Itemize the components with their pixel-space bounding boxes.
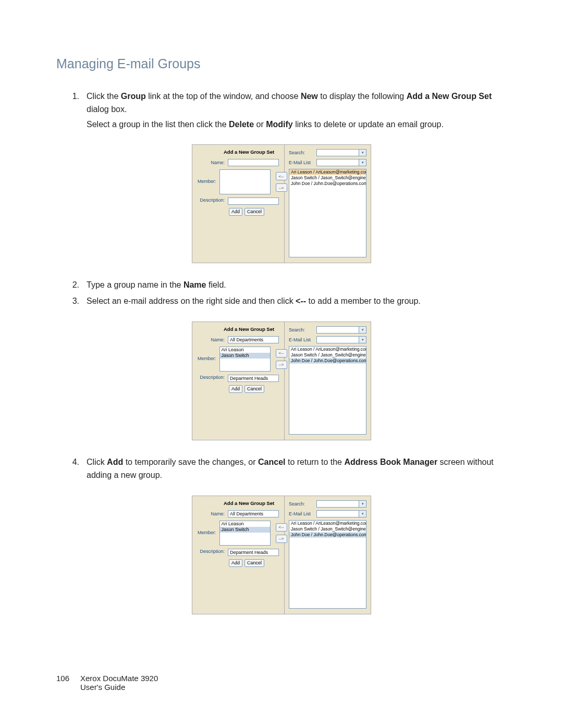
list-item[interactable]: Jason Switch / Jason_Switch@engineering.… [289,352,366,358]
description-field[interactable] [228,549,279,556]
search-combo[interactable]: ▾ [316,149,366,156]
add-member-button[interactable]: <-- [276,172,287,180]
filter-combo[interactable]: ▾ [316,510,366,517]
chevron-down-icon: ▾ [359,327,366,333]
label-search: Search: [289,501,316,507]
chevron-down-icon: ▾ [359,501,366,507]
list-item[interactable]: Jason Switch / Jason_Switch@engineering.… [289,175,366,181]
name-field[interactable] [228,510,279,517]
label-member: Member: [198,347,219,361]
label-description: Description: [198,198,228,203]
label-member: Member: [198,521,219,535]
name-field[interactable] [228,336,279,343]
step-4: 4. Click Add to temporarily save the cha… [56,456,507,482]
cancel-button[interactable]: Cancel [244,559,264,567]
label-name: Name: [198,159,228,165]
label-member: Member: [198,169,219,184]
chevron-down-icon: ▾ [359,159,366,166]
contact-listbox[interactable]: Ari Leason / AriLeason@marketing.com / M… [289,520,366,609]
footer-line2: User's Guide [80,683,158,692]
figure-2: Add a New Group Set Name: Member: Ari Le… [56,322,507,440]
filter-combo[interactable]: ▾ [316,336,366,343]
list-item[interactable]: Ari Leason [220,521,270,527]
chevron-down-icon: ▾ [359,150,366,156]
step-2: 2. Type a group name in the Name field. [56,279,507,292]
document-page: Managing E-mail Groups 1. Click the Grou… [0,0,563,728]
search-combo[interactable]: ▾ [316,326,366,334]
label-filter: E-Mail List [289,337,316,342]
label-search: Search: [289,150,316,155]
list-item[interactable]: Jason Switch [220,527,270,533]
dialog-title: Add a New Group Set [224,500,279,506]
list-item[interactable]: John Doe / John.Doe@operations.com / Ope… [289,358,366,364]
contact-listbox[interactable]: Ari Leason / AriLeason@marketing.com / M… [289,346,366,435]
description-field[interactable] [228,375,279,382]
step-1: 1. Click the Group link at the top of th… [56,90,507,131]
label-filter: E-Mail List [289,511,316,516]
list-item[interactable]: Jason Switch / Jason_Switch@engineering.… [289,526,366,532]
list-item[interactable]: Ari Leason [220,347,270,353]
filter-combo[interactable]: ▾ [316,159,366,166]
remove-member-button[interactable]: --> [276,361,287,369]
instruction-list: 4. Click Add to temporarily save the cha… [56,456,507,482]
figure-1: Add a New Group Set Name: Member: <-- --… [56,144,507,263]
contact-listbox[interactable]: Ari Leason / AriLeason@marketing.com / M… [289,169,366,257]
footer-line1: Xerox DocuMate 3920 [80,674,158,683]
cancel-button[interactable]: Cancel [244,208,264,216]
member-listbox[interactable]: Ari Leason Jason Switch [219,347,271,372]
member-listbox[interactable] [219,169,271,194]
list-item[interactable]: Ari Leason / AriLeason@marketing.com / M… [289,521,366,526]
add-button[interactable]: Add [229,559,242,567]
label-name: Name: [198,336,228,342]
label-filter: E-Mail List [289,160,316,165]
dialog-add-group: Add a New Group Set Name: Member: <-- --… [192,144,371,263]
label-description: Description: [198,375,228,380]
name-field[interactable] [228,159,279,166]
add-button[interactable]: Add [229,385,242,393]
dialog-add-group: Add a New Group Set Name: Member: Ari Le… [192,322,371,440]
dialog-title: Add a New Group Set [224,326,279,332]
label-description: Description: [198,549,228,554]
member-listbox[interactable]: Ari Leason Jason Switch [219,521,271,546]
label-name: Name: [198,510,228,516]
instruction-list: 1. Click the Group link at the top of th… [56,90,507,131]
dialog-title: Add a New Group Set [224,149,279,155]
search-combo[interactable]: ▾ [316,500,366,508]
add-member-button[interactable]: <-- [276,349,287,357]
description-field[interactable] [228,198,279,205]
chevron-down-icon: ▾ [359,337,366,343]
remove-member-button[interactable]: --> [276,183,287,192]
dialog-add-group: Add a New Group Set Name: Member: Ari Le… [192,496,371,614]
page-footer: 106 Xerox DocuMate 3920 User's Guide [56,674,158,692]
label-search: Search: [289,327,316,332]
cancel-button[interactable]: Cancel [244,385,264,393]
list-item[interactable]: Ari Leason / AriLeason@marketing.com / M… [289,169,366,175]
list-item[interactable]: John Doe / John.Doe@operations.com / Ope… [289,181,366,187]
add-button[interactable]: Add [229,208,242,216]
instruction-list: 2. Type a group name in the Name field. … [56,279,507,308]
list-item[interactable]: Jason Switch [220,353,270,359]
figure-3: Add a New Group Set Name: Member: Ari Le… [56,496,507,614]
step-3: 3. Select an e-mail address on the right… [56,295,507,308]
chevron-down-icon: ▾ [359,511,366,517]
page-number: 106 [56,674,80,692]
add-member-button[interactable]: <-- [276,523,287,532]
list-item[interactable]: John Doe / John.Doe@operations.com / Ope… [289,532,366,538]
remove-member-button[interactable]: --> [276,535,287,543]
list-item[interactable]: Ari Leason / AriLeason@marketing.com / M… [289,347,366,352]
section-heading: Managing E-mail Groups [56,56,507,71]
